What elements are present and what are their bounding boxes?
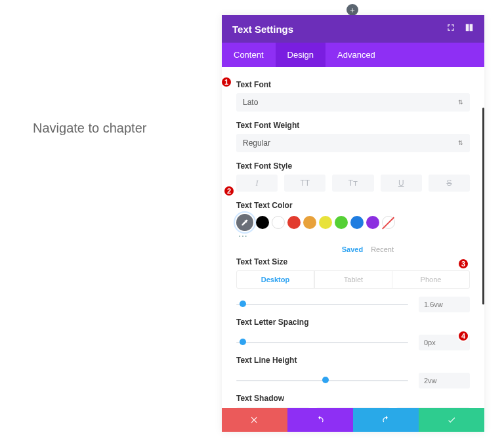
color-picker-button[interactable]	[236, 214, 253, 231]
panel-title: Text Settings	[232, 24, 293, 35]
device-tab-phone[interactable]: Phone	[392, 271, 469, 288]
line-height-label: Text Line Height	[236, 356, 470, 365]
size-label: Text Text Size	[236, 257, 470, 266]
check-icon	[447, 415, 456, 425]
color-swatch-white[interactable]	[272, 216, 285, 229]
shadow-none-option[interactable]	[236, 407, 310, 408]
annotation-badge-3: 3	[457, 258, 469, 270]
tab-content[interactable]: Content	[222, 43, 276, 67]
annotation-badge-1: 1	[220, 76, 232, 88]
chevron-updown-icon: ⇅	[458, 140, 463, 146]
weight-label: Text Font Weight	[236, 121, 470, 130]
color-swatch-yellow[interactable]	[319, 216, 332, 229]
color-swatch-none[interactable]	[382, 216, 395, 229]
device-tab-tablet[interactable]: Tablet	[314, 271, 392, 288]
font-select[interactable]: Lato ⇅	[236, 93, 470, 112]
undo-button[interactable]	[287, 408, 353, 432]
color-swatch-orange[interactable]	[303, 216, 316, 229]
color-swatch-green[interactable]	[335, 216, 348, 229]
settings-panel: Text Settings Content Design Advanced Te…	[222, 15, 484, 432]
line-height-slider[interactable]	[236, 379, 408, 382]
color-swatch-blue[interactable]	[350, 216, 364, 229]
weight-select-value: Regular	[243, 138, 270, 148]
confirm-button[interactable]	[419, 408, 484, 432]
panel-footer	[222, 408, 484, 432]
font-label: Text Font	[236, 80, 470, 89]
chevron-updown-icon: ⇅	[458, 99, 463, 106]
size-slider[interactable]	[236, 303, 408, 306]
tab-advanced[interactable]: Advanced	[326, 43, 387, 67]
style-smallcaps-button[interactable]: Tᴛ	[332, 175, 373, 192]
style-label: Text Font Style	[236, 161, 470, 171]
undo-icon	[316, 415, 325, 425]
device-tab-desktop[interactable]: Desktop	[237, 271, 314, 288]
shadow-label: Text Shadow	[236, 394, 470, 403]
size-slider-thumb[interactable]	[240, 301, 246, 307]
style-uppercase-button[interactable]: TT	[284, 175, 326, 192]
page-context-text: Navigate to chapter	[33, 121, 146, 136]
color-swatch-purple[interactable]	[366, 216, 379, 229]
add-module-button[interactable]: ＋	[346, 4, 358, 16]
expand-icon[interactable]	[446, 23, 455, 35]
panel-tabs: Content Design Advanced	[222, 43, 484, 67]
weight-select[interactable]: Regular ⇅	[236, 134, 470, 152]
annotation-badge-4: 4	[457, 330, 469, 342]
eyedropper-icon	[241, 219, 249, 226]
line-height-slider-thumb[interactable]	[322, 377, 329, 383]
panel-body: Text Font Lato ⇅ Text Font Weight Regula…	[222, 67, 484, 408]
shadow-hard-option[interactable]: aA	[396, 407, 470, 408]
style-italic-button[interactable]: I	[236, 175, 278, 192]
annotation-badge-2: 2	[223, 185, 235, 197]
recent-colors-tab[interactable]: Recent	[371, 245, 394, 253]
close-icon	[250, 415, 259, 425]
color-swatch-red[interactable]	[287, 216, 301, 229]
style-strikethrough-button[interactable]: S	[429, 175, 470, 192]
letter-spacing-slider[interactable]	[236, 341, 408, 344]
columns-icon[interactable]	[465, 23, 474, 35]
tab-design[interactable]: Design	[276, 43, 326, 67]
style-underline-button[interactable]: U	[381, 175, 422, 192]
color-label: Text Text Color	[236, 201, 470, 210]
line-height-value-input[interactable]: 2vw	[419, 373, 470, 388]
redo-icon	[381, 415, 390, 425]
redo-button[interactable]	[353, 408, 419, 432]
letter-spacing-label: Text Letter Spacing	[236, 318, 470, 327]
size-value-input[interactable]: 1.6vw	[419, 297, 470, 312]
shadow-soft-option[interactable]: aA	[316, 407, 390, 408]
cancel-button[interactable]	[222, 408, 287, 432]
saved-colors-tab[interactable]: Saved	[342, 245, 363, 253]
color-swatch-black[interactable]	[256, 216, 269, 229]
font-select-value: Lato	[243, 98, 258, 107]
letter-spacing-slider-thumb[interactable]	[240, 339, 246, 345]
scrollbar[interactable]	[482, 108, 484, 304]
panel-header: Text Settings	[222, 15, 484, 43]
